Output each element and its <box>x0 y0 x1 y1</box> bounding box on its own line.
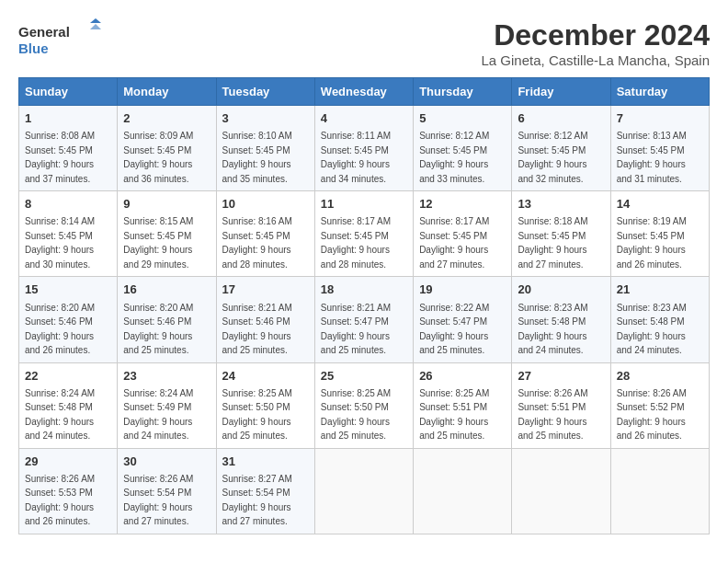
calendar-cell: 4Sunrise: 8:11 AMSunset: 5:45 PMDaylight… <box>314 106 413 191</box>
calendar-cell: 3Sunrise: 8:10 AMSunset: 5:45 PMDaylight… <box>216 106 314 191</box>
calendar-week-3: 22Sunrise: 8:24 AMSunset: 5:48 PMDayligh… <box>19 362 710 448</box>
calendar-cell: 10Sunrise: 8:16 AMSunset: 5:45 PMDayligh… <box>216 191 314 277</box>
day-number: 10 <box>222 196 309 213</box>
day-info: Sunrise: 8:26 AMSunset: 5:52 PMDaylight:… <box>617 388 687 442</box>
days-header-row: SundayMondayTuesdayWednesdayThursdayFrid… <box>19 78 710 106</box>
day-number: 2 <box>123 110 210 127</box>
calendar-cell: 7Sunrise: 8:13 AMSunset: 5:45 PMDaylight… <box>610 106 709 191</box>
day-info: Sunrise: 8:12 AMSunset: 5:45 PMDaylight:… <box>518 131 587 184</box>
day-number: 18 <box>321 282 407 298</box>
day-number: 31 <box>222 454 309 470</box>
day-info: Sunrise: 8:16 AMSunset: 5:45 PMDaylight:… <box>222 216 292 270</box>
day-number: 16 <box>123 282 210 298</box>
calendar-cell: 6Sunrise: 8:12 AMSunset: 5:45 PMDaylight… <box>512 106 610 191</box>
day-header-sunday: Sunday <box>19 78 118 106</box>
day-number: 6 <box>518 110 604 127</box>
day-number: 22 <box>25 368 111 385</box>
calendar-cell: 18Sunrise: 8:21 AMSunset: 5:47 PMDayligh… <box>314 277 413 362</box>
day-header-thursday: Thursday <box>414 78 512 106</box>
day-number: 23 <box>123 368 210 385</box>
day-info: Sunrise: 8:13 AMSunset: 5:45 PMDaylight:… <box>617 131 687 184</box>
day-number: 29 <box>25 454 111 470</box>
day-info: Sunrise: 8:21 AMSunset: 5:46 PMDaylight:… <box>222 303 292 356</box>
calendar-week-2: 15Sunrise: 8:20 AMSunset: 5:46 PMDayligh… <box>19 277 710 362</box>
day-number: 7 <box>617 110 703 127</box>
calendar-cell: 21Sunrise: 8:23 AMSunset: 5:48 PMDayligh… <box>610 277 709 362</box>
day-number: 26 <box>419 368 506 385</box>
calendar-cell: 27Sunrise: 8:26 AMSunset: 5:51 PMDayligh… <box>512 362 610 448</box>
day-number: 28 <box>617 368 703 385</box>
day-info: Sunrise: 8:20 AMSunset: 5:46 PMDaylight:… <box>25 303 95 356</box>
calendar-cell <box>610 448 709 534</box>
day-info: Sunrise: 8:25 AMSunset: 5:50 PMDaylight:… <box>222 388 292 442</box>
calendar-cell: 15Sunrise: 8:20 AMSunset: 5:46 PMDayligh… <box>19 277 118 362</box>
day-info: Sunrise: 8:26 AMSunset: 5:54 PMDaylight:… <box>123 474 193 527</box>
calendar-cell: 28Sunrise: 8:26 AMSunset: 5:52 PMDayligh… <box>610 362 709 448</box>
svg-text:General: General <box>18 24 70 40</box>
day-number: 1 <box>25 110 111 127</box>
day-number: 24 <box>222 368 309 385</box>
calendar-cell: 12Sunrise: 8:17 AMSunset: 5:45 PMDayligh… <box>414 191 512 277</box>
day-number: 30 <box>123 454 210 470</box>
day-info: Sunrise: 8:08 AMSunset: 5:45 PMDaylight:… <box>25 131 95 184</box>
logo-svg: General Blue <box>18 18 101 60</box>
day-number: 4 <box>321 110 407 127</box>
svg-marker-2 <box>90 18 101 23</box>
day-info: Sunrise: 8:14 AMSunset: 5:45 PMDaylight:… <box>25 216 95 270</box>
calendar-cell: 5Sunrise: 8:12 AMSunset: 5:45 PMDaylight… <box>414 106 512 191</box>
day-number: 20 <box>518 282 604 298</box>
calendar-cell: 11Sunrise: 8:17 AMSunset: 5:45 PMDayligh… <box>314 191 413 277</box>
calendar-cell: 13Sunrise: 8:18 AMSunset: 5:45 PMDayligh… <box>512 191 610 277</box>
day-info: Sunrise: 8:18 AMSunset: 5:45 PMDaylight:… <box>518 216 587 270</box>
day-info: Sunrise: 8:09 AMSunset: 5:45 PMDaylight:… <box>123 131 193 184</box>
calendar-table: SundayMondayTuesdayWednesdayThursdayFrid… <box>18 77 710 534</box>
day-number: 5 <box>419 110 506 127</box>
day-number: 12 <box>419 196 506 213</box>
day-number: 21 <box>617 282 703 298</box>
calendar-cell: 30Sunrise: 8:26 AMSunset: 5:54 PMDayligh… <box>118 448 216 534</box>
day-info: Sunrise: 8:24 AMSunset: 5:48 PMDaylight:… <box>25 388 95 442</box>
calendar-cell: 9Sunrise: 8:15 AMSunset: 5:45 PMDaylight… <box>118 191 216 277</box>
day-number: 25 <box>321 368 407 385</box>
day-info: Sunrise: 8:19 AMSunset: 5:45 PMDaylight:… <box>617 216 687 270</box>
calendar-cell: 23Sunrise: 8:24 AMSunset: 5:49 PMDayligh… <box>118 362 216 448</box>
day-info: Sunrise: 8:12 AMSunset: 5:45 PMDaylight:… <box>419 131 489 184</box>
day-header-monday: Monday <box>118 78 216 106</box>
location-subtitle: La Gineta, Castille-La Mancha, Spain <box>482 52 710 68</box>
day-info: Sunrise: 8:24 AMSunset: 5:49 PMDaylight:… <box>123 388 193 442</box>
day-info: Sunrise: 8:17 AMSunset: 5:45 PMDaylight:… <box>321 216 391 270</box>
calendar-cell: 17Sunrise: 8:21 AMSunset: 5:46 PMDayligh… <box>216 277 314 362</box>
day-number: 17 <box>222 282 309 298</box>
day-info: Sunrise: 8:10 AMSunset: 5:45 PMDaylight:… <box>222 131 292 184</box>
calendar-cell: 1Sunrise: 8:08 AMSunset: 5:45 PMDaylight… <box>19 106 118 191</box>
day-info: Sunrise: 8:23 AMSunset: 5:48 PMDaylight:… <box>617 303 687 356</box>
calendar-cell: 16Sunrise: 8:20 AMSunset: 5:46 PMDayligh… <box>118 277 216 362</box>
day-info: Sunrise: 8:22 AMSunset: 5:47 PMDaylight:… <box>419 303 489 356</box>
day-header-wednesday: Wednesday <box>314 78 413 106</box>
svg-marker-3 <box>90 24 101 29</box>
calendar-cell: 14Sunrise: 8:19 AMSunset: 5:45 PMDayligh… <box>610 191 709 277</box>
day-info: Sunrise: 8:21 AMSunset: 5:47 PMDaylight:… <box>321 303 391 356</box>
day-info: Sunrise: 8:11 AMSunset: 5:45 PMDaylight:… <box>321 131 391 184</box>
calendar-cell <box>512 448 610 534</box>
day-info: Sunrise: 8:27 AMSunset: 5:54 PMDaylight:… <box>222 474 292 527</box>
title-block: December 2024 La Gineta, Castille-La Man… <box>482 18 710 68</box>
day-info: Sunrise: 8:23 AMSunset: 5:48 PMDaylight:… <box>518 303 587 356</box>
svg-text:Blue: Blue <box>18 40 49 56</box>
day-number: 9 <box>123 196 210 213</box>
calendar-cell: 29Sunrise: 8:26 AMSunset: 5:53 PMDayligh… <box>19 448 118 534</box>
calendar-cell: 24Sunrise: 8:25 AMSunset: 5:50 PMDayligh… <box>216 362 314 448</box>
day-number: 27 <box>518 368 604 385</box>
day-number: 11 <box>321 196 407 213</box>
day-info: Sunrise: 8:25 AMSunset: 5:50 PMDaylight:… <box>321 388 391 442</box>
calendar-week-4: 29Sunrise: 8:26 AMSunset: 5:53 PMDayligh… <box>19 448 710 534</box>
calendar-cell: 2Sunrise: 8:09 AMSunset: 5:45 PMDaylight… <box>118 106 216 191</box>
day-info: Sunrise: 8:20 AMSunset: 5:46 PMDaylight:… <box>123 303 193 356</box>
day-number: 8 <box>25 196 111 213</box>
calendar-cell: 19Sunrise: 8:22 AMSunset: 5:47 PMDayligh… <box>414 277 512 362</box>
calendar-cell <box>314 448 413 534</box>
day-info: Sunrise: 8:26 AMSunset: 5:51 PMDaylight:… <box>518 388 587 442</box>
day-number: 3 <box>222 110 309 127</box>
calendar-cell: 31Sunrise: 8:27 AMSunset: 5:54 PMDayligh… <box>216 448 314 534</box>
logo: General Blue <box>18 18 101 60</box>
